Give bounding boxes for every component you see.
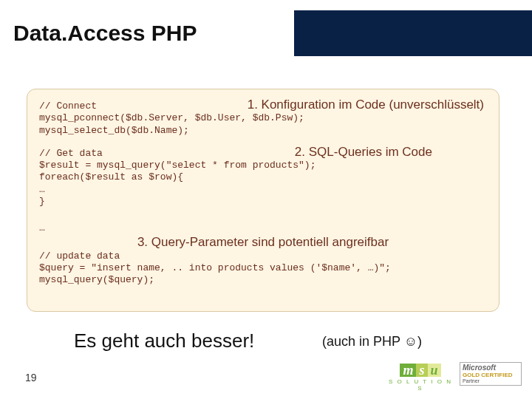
title-accent-block xyxy=(294,10,532,56)
code-line: mysql_select_db($db.Name); xyxy=(39,125,487,137)
ms-cert-line1: GOLD CERTIFIED xyxy=(463,372,519,378)
code-line: $result = mysql_query("select * from pro… xyxy=(39,160,487,171)
code-comment-getdata: // Get data xyxy=(39,148,103,160)
code-comment-connect: // Connect xyxy=(39,100,97,112)
annotation-3: 3. Query-Parameter sind potentiell angre… xyxy=(39,234,487,250)
closing-statement: Es geht auch besser! xyxy=(74,330,254,352)
code-line: $query = "insert name, .. into products … xyxy=(39,262,487,274)
annotation-2: 2. SQL-Queries im Code xyxy=(103,144,487,160)
slide-title: Data.Access PHP xyxy=(13,21,197,46)
microsoft-partner-logo: Microsoft GOLD CERTIFIED Partner xyxy=(460,362,522,386)
code-line: mysql_pconnect($db.Server, $db.User, $db… xyxy=(39,112,487,124)
ms-cert-line2: Partner xyxy=(463,378,519,383)
code-panel: // Connect 1. Konfiguration im Code (unv… xyxy=(27,89,499,312)
ms-brand: Microsoft xyxy=(463,364,519,372)
code-line: … xyxy=(39,222,487,234)
msu-sublabel: S O L U T I O N S xyxy=(389,378,452,392)
annotation-1: 1. Konfiguration im Code (unverschlüssel… xyxy=(97,97,487,112)
msu-logo: msu S O L U T I O N S xyxy=(389,364,452,392)
title-band: Data.Access PHP xyxy=(0,10,532,56)
code-comment-update: // update data xyxy=(39,250,487,262)
closing-aside: (auch in PHP ☺) xyxy=(322,334,422,349)
page-number: 19 xyxy=(25,372,37,383)
code-line: foreach($result as $row){ xyxy=(39,171,487,183)
code-line: mysql_query($query); xyxy=(39,274,487,286)
code-line: … xyxy=(39,184,487,196)
code-line: } xyxy=(39,196,487,208)
title-area: Data.Access PHP xyxy=(0,10,294,56)
